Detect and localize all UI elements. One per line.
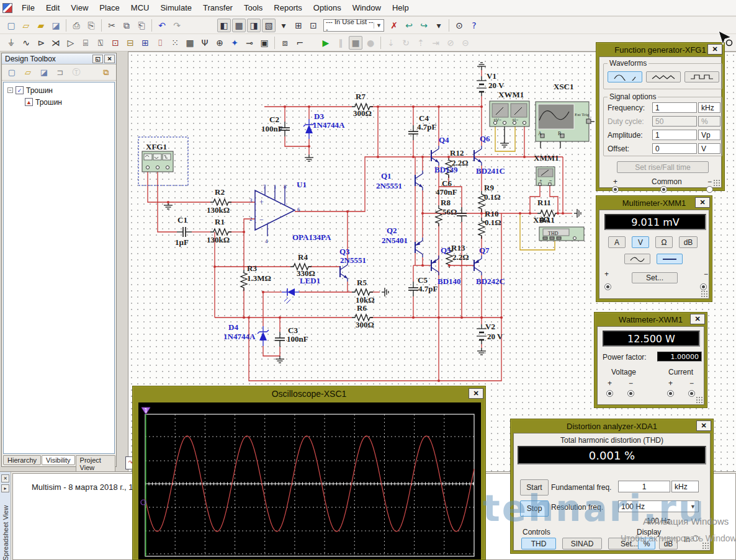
- component-gnd[interactable]: [276, 356, 284, 363]
- undo-icon[interactable]: ↶: [155, 19, 169, 32]
- hierarchical-block-icon[interactable]: ⧈: [278, 36, 292, 50]
- toggle-spreadsheet-icon[interactable]: ▦: [232, 19, 246, 32]
- frequency-input[interactable]: 1: [652, 102, 697, 113]
- combo-arrow-icon[interactable]: ▼: [374, 22, 382, 29]
- menu-mcu[interactable]: MCU: [125, 1, 155, 15]
- xwm-titlebar[interactable]: Wattmeter-XWM1 ✕: [595, 313, 707, 326]
- forward-annotate-icon[interactable]: ↪: [417, 19, 431, 32]
- wire[interactable]: [263, 346, 280, 356]
- component-Q6[interactable]: [474, 146, 482, 166]
- indicator-component-icon[interactable]: ⊞: [138, 36, 152, 50]
- component-gnd[interactable]: [305, 154, 313, 161]
- oscilloscope-titlebar[interactable]: Oscilloscope-XSC1 ✕: [133, 386, 485, 401]
- copy-icon[interactable]: ⧉: [120, 19, 133, 32]
- component-C3[interactable]: [275, 332, 285, 347]
- wire[interactable]: [295, 157, 563, 211]
- resize-grip[interactable]: [701, 290, 707, 297]
- component-XSC1[interactable]: [536, 102, 591, 141]
- ac-mode-button[interactable]: [624, 254, 650, 264]
- sinad-button[interactable]: SINAD: [562, 538, 602, 549]
- resolution-freq-select[interactable]: 100 Hz▼: [618, 500, 699, 512]
- thd-button[interactable]: THD: [521, 538, 556, 549]
- menu-simulate[interactable]: Simulate: [155, 1, 197, 15]
- oscilloscope-window[interactable]: Oscilloscope-XSC1 ✕ 1: [132, 386, 486, 560]
- cut-icon[interactable]: ✂: [105, 19, 119, 32]
- start-button[interactable]: Start: [520, 479, 549, 496]
- basic-component-icon[interactable]: ∿: [19, 36, 33, 50]
- spreadsheet-view-icon[interactable]: ⊞: [292, 19, 305, 32]
- power-component-icon[interactable]: ⌷: [153, 36, 167, 50]
- component-D4[interactable]: [258, 326, 269, 346]
- wire[interactable]: [148, 172, 210, 202]
- close-design-icon[interactable]: ⊐: [53, 66, 68, 79]
- menu-view[interactable]: View: [65, 1, 94, 15]
- component-V1[interactable]: [477, 76, 487, 96]
- db-mode-button[interactable]: dB: [679, 236, 698, 248]
- oscilloscope-close-button[interactable]: ✕: [469, 388, 483, 399]
- grapher-icon[interactable]: ▧: [262, 19, 276, 32]
- component-Q2[interactable]: [415, 238, 423, 257]
- wire[interactable]: [495, 127, 515, 151]
- xmm-minus-terminal[interactable]: [700, 283, 707, 290]
- component-R1[interactable]: [210, 229, 231, 235]
- xfg-common-terminal[interactable]: [660, 186, 667, 193]
- menu-edit[interactable]: Edit: [40, 1, 65, 15]
- fundamental-freq-input[interactable]: 1: [618, 481, 670, 492]
- dc-mode-button[interactable]: [657, 254, 683, 264]
- frequency-unit[interactable]: kHz: [698, 102, 720, 113]
- component-XWM1[interactable]: +V−+I−: [490, 101, 529, 127]
- panel-minimize-button[interactable]: ◱: [92, 55, 103, 63]
- tree-child-row[interactable]: ▲ Трошин: [4, 96, 114, 108]
- component-Q1[interactable]: [415, 171, 423, 190]
- menu-window[interactable]: Window: [347, 1, 387, 15]
- redo-icon[interactable]: ↷: [170, 19, 184, 32]
- fundamental-freq-unit[interactable]: kHz: [671, 481, 699, 492]
- panel-close-button[interactable]: ✕: [104, 55, 115, 63]
- menu-reports[interactable]: Reports: [268, 1, 308, 15]
- component-Q7[interactable]: [474, 256, 482, 275]
- print-preview-icon[interactable]: ⎘: [84, 19, 98, 32]
- component-gnd[interactable]: [500, 140, 509, 147]
- component-R10[interactable]: [478, 218, 485, 239]
- mcu-component-icon[interactable]: ▣: [258, 36, 271, 50]
- open-design-icon[interactable]: ▱: [20, 66, 35, 79]
- graphs-dropdown-arrow-icon[interactable]: ▾: [277, 19, 290, 32]
- component-R8[interactable]: [436, 205, 442, 226]
- component-LED1[interactable]: [282, 288, 299, 303]
- connector-component-icon[interactable]: ⊸: [243, 36, 256, 50]
- xfg-titlebar[interactable]: Function generator-XFG1 ✕: [596, 43, 724, 56]
- advanced-peripherals-icon[interactable]: ▦: [183, 36, 197, 50]
- wattmeter-window[interactable]: Wattmeter-XWM1 ✕ 12.500 W Power factor: …: [594, 312, 707, 408]
- current-plus-terminal[interactable]: [667, 390, 674, 397]
- multimeter-set-button[interactable]: Set...: [632, 272, 678, 283]
- save-design-icon[interactable]: ◪: [37, 66, 52, 79]
- xfg-plus-terminal[interactable]: [612, 186, 619, 193]
- component-Q4[interactable]: [431, 146, 439, 166]
- print-icon[interactable]: ⎙: [70, 19, 83, 32]
- component-R5[interactable]: [352, 289, 373, 295]
- component-gndr[interactable]: [574, 209, 581, 218]
- function-generator-window[interactable]: Function generator-XFG1 ✕ Waveforms Sign…: [596, 42, 725, 191]
- resize-grip[interactable]: [696, 396, 702, 403]
- rf-component-icon[interactable]: Ψ: [198, 36, 212, 50]
- menu-options[interactable]: Options: [308, 1, 347, 15]
- current-minus-terminal[interactable]: [688, 390, 695, 397]
- sine-wave-button[interactable]: [608, 71, 642, 82]
- ni-component-icon[interactable]: ✦: [228, 36, 241, 50]
- save-icon[interactable]: ◪: [49, 19, 63, 32]
- amplitude-unit[interactable]: Vp: [698, 130, 720, 140]
- open-sample-icon[interactable]: ▰: [34, 19, 48, 32]
- stop-icon[interactable]: ■: [349, 36, 362, 50]
- misc-digital-component-icon[interactable]: ⊡: [109, 36, 122, 50]
- menu-transfer[interactable]: Transfer: [197, 1, 238, 15]
- tree-root-row[interactable]: − ✓ Трошин: [4, 84, 114, 96]
- xda-titlebar[interactable]: Distortion analyzer-XDA1 ✕: [511, 419, 713, 433]
- select-arrow-icon[interactable]: ▼: [690, 504, 696, 510]
- menu-place[interactable]: Place: [94, 1, 125, 15]
- layers-icon[interactable]: ⧉: [99, 66, 114, 79]
- tree-collapse-icon[interactable]: −: [7, 87, 13, 93]
- diode-component-icon[interactable]: ⊳: [34, 36, 48, 50]
- toggle-simulation-icon[interactable]: ◨: [247, 19, 261, 32]
- multimeter-window[interactable]: Multimeter-XMM1 ✕ 9.011 mV A V Ω dB Set.…: [596, 195, 712, 302]
- misc-component-icon[interactable]: ⁙: [168, 36, 182, 50]
